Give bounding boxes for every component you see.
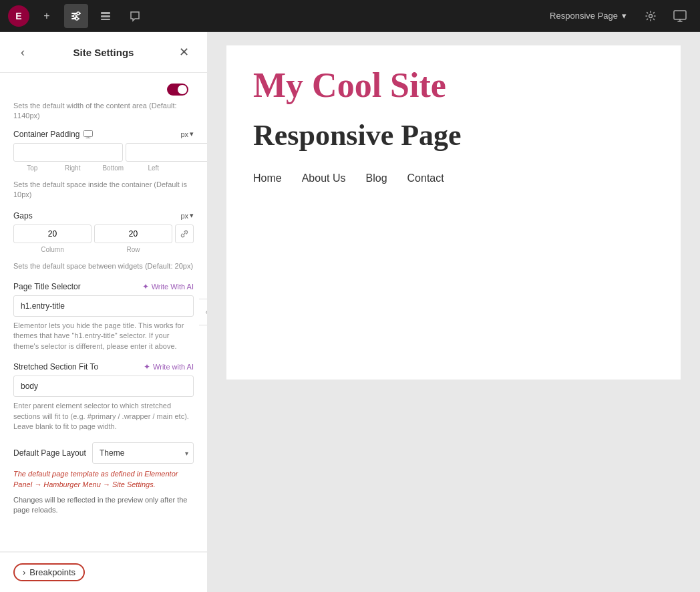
padding-right-input[interactable] xyxy=(126,143,207,162)
ai-icon-1: ✦ xyxy=(142,282,149,291)
container-padding-hint: Sets the default space inside the contai… xyxy=(13,180,194,200)
container-padding-label: Container Padding xyxy=(13,130,93,139)
gap-column-label: Column xyxy=(13,246,92,253)
responsive-page-button[interactable]: Responsive Page ▾ xyxy=(543,7,633,25)
write-with-ai-button-1[interactable]: ✦ Write With AI xyxy=(142,282,194,291)
gear-icon xyxy=(645,10,657,22)
breakpoints-label: Breakpoints xyxy=(29,567,75,577)
stretched-section-hint: Enter parent element selector to which s… xyxy=(13,401,194,432)
padding-right-label: Right xyxy=(54,164,92,172)
top-toolbar: E + Responsive Page ▾ xyxy=(0,0,700,32)
panel-content: Sets the default width of the content ar… xyxy=(0,73,207,551)
default-layout-changes-hint: Changes will be reflected in the preview… xyxy=(13,495,194,516)
gap-row-label: Row xyxy=(94,246,172,253)
container-padding-unit[interactable]: px ▾ xyxy=(180,130,194,138)
gaps-hint: Sets the default space between widgets (… xyxy=(13,261,194,271)
panel-title: Site Settings xyxy=(73,47,134,58)
comments-button[interactable] xyxy=(123,4,147,28)
responsive-page-label: Responsive Page xyxy=(550,11,618,21)
gap-inputs xyxy=(13,225,194,243)
padding-top-label: Top xyxy=(13,164,51,172)
default-page-layout-field: Default Page Layout Theme Elementor Canv… xyxy=(13,442,194,516)
write-with-ai-label-1: Write With AI xyxy=(152,283,194,291)
write-with-ai-button-2[interactable]: ✦ Write with AI xyxy=(144,362,194,372)
layout-select-wrap: Theme Elementor Canvas Elementor Full Wi… xyxy=(92,442,194,464)
gaps-field: Gaps px ▾ xyxy=(13,211,194,271)
layout-select[interactable]: Theme Elementor Canvas Elementor Full Wi… xyxy=(92,442,194,464)
svg-rect-10 xyxy=(674,11,686,19)
nav-item-contact[interactable]: Contact xyxy=(407,172,444,184)
content-width-hint: Sets the default width of the content ar… xyxy=(13,101,194,122)
page-title-selector-field: Page Title Selector ✦ Write With AI Elem… xyxy=(13,282,194,351)
padding-top-input[interactable] xyxy=(13,143,123,162)
link-icon xyxy=(180,230,188,238)
monitor-button[interactable] xyxy=(668,4,692,28)
page-title-selector-hint: Elementor lets you hide the page title. … xyxy=(13,321,194,351)
svg-rect-8 xyxy=(101,19,110,20)
svg-rect-11 xyxy=(84,130,93,136)
breakpoints-section: › Breakpoints xyxy=(0,551,207,592)
stretched-section-field: Stretched Section Fit To ✦ Write with AI… xyxy=(13,362,194,432)
default-layout-italic-hint: The default page template as defined in … xyxy=(13,469,194,490)
container-padding-field: Container Padding px ▾ xyxy=(13,130,194,200)
stretched-section-header: Stretched Section Fit To ✦ Write with AI xyxy=(13,362,194,372)
padding-labels: Top Right Bottom Left xyxy=(13,164,194,172)
nav-item-about[interactable]: About Us xyxy=(302,172,346,184)
main-layout: ‹ Site Settings ✕ Sets the default width… xyxy=(0,32,700,592)
controls-icon xyxy=(70,10,82,22)
default-page-layout-label: Default Page Layout xyxy=(13,448,86,458)
svg-point-9 xyxy=(649,14,653,17)
toggle-knob xyxy=(178,85,187,94)
svg-point-4 xyxy=(73,15,76,17)
stretched-section-input[interactable] xyxy=(13,376,194,397)
svg-rect-6 xyxy=(101,12,110,14)
nav-item-home[interactable]: Home xyxy=(253,172,282,184)
breakpoints-circle: › Breakpoints xyxy=(13,563,85,581)
page-title-selector-header: Page Title Selector ✦ Write With AI xyxy=(13,282,194,291)
layers-button[interactable] xyxy=(94,4,118,28)
content-width-toggle[interactable] xyxy=(167,84,188,96)
site-settings-panel: ‹ Site Settings ✕ Sets the default width… xyxy=(0,32,207,592)
gap-column-input[interactable] xyxy=(13,225,92,243)
site-canvas: My Cool Site Responsive Page Home About … xyxy=(226,45,681,380)
padding-inputs xyxy=(13,143,194,162)
container-padding-text: Container Padding xyxy=(13,130,79,139)
gaps-unit[interactable]: px ▾ xyxy=(180,211,194,220)
ai-icon-2: ✦ xyxy=(144,362,150,372)
gaps-label: Gaps xyxy=(13,211,33,220)
monitor-icon xyxy=(673,10,687,22)
write-with-ai-label-2: Write with AI xyxy=(153,363,194,371)
controls-panel-button[interactable] xyxy=(64,4,88,28)
svg-point-5 xyxy=(75,17,78,20)
site-title: My Cool Site xyxy=(253,65,654,105)
layers-icon xyxy=(100,10,112,22)
chevron-down-icon: ▾ xyxy=(622,11,627,21)
canvas-area: My Cool Site Responsive Page Home About … xyxy=(207,32,700,592)
svg-rect-7 xyxy=(101,15,110,17)
panel-header: ‹ Site Settings ✕ xyxy=(0,32,207,73)
collapse-panel-handle[interactable]: ‹ xyxy=(199,299,207,325)
padding-left-label: Left xyxy=(135,164,173,172)
settings-button[interactable] xyxy=(639,4,663,28)
stretched-section-label: Stretched Section Fit To xyxy=(13,362,98,372)
close-panel-button[interactable]: ✕ xyxy=(175,43,194,61)
padding-bottom-label: Bottom xyxy=(94,164,132,172)
nav-menu: Home About Us Blog Contact xyxy=(253,172,654,184)
nav-item-blog[interactable]: Blog xyxy=(366,172,387,184)
gap-labels: Column Row xyxy=(13,246,194,253)
add-widget-button[interactable]: + xyxy=(35,4,59,28)
page-title-selector-input[interactable] xyxy=(13,295,194,317)
monitor-small-icon xyxy=(83,130,93,138)
comments-icon xyxy=(129,10,141,22)
content-width-toggle-row xyxy=(13,84,194,96)
default-layout-row: Default Page Layout Theme Elementor Canv… xyxy=(13,442,194,464)
gap-row-input[interactable] xyxy=(94,225,172,243)
back-button[interactable]: ‹ xyxy=(13,43,32,61)
svg-point-3 xyxy=(77,12,79,15)
elementor-logo[interactable]: E xyxy=(8,5,29,27)
link-gaps-button[interactable] xyxy=(175,225,194,243)
page-heading: Responsive Page xyxy=(253,118,654,152)
breakpoints-button[interactable]: › Breakpoints xyxy=(13,563,85,581)
page-title-selector-label: Page Title Selector xyxy=(13,282,81,291)
breakpoints-chevron: › xyxy=(23,567,25,577)
